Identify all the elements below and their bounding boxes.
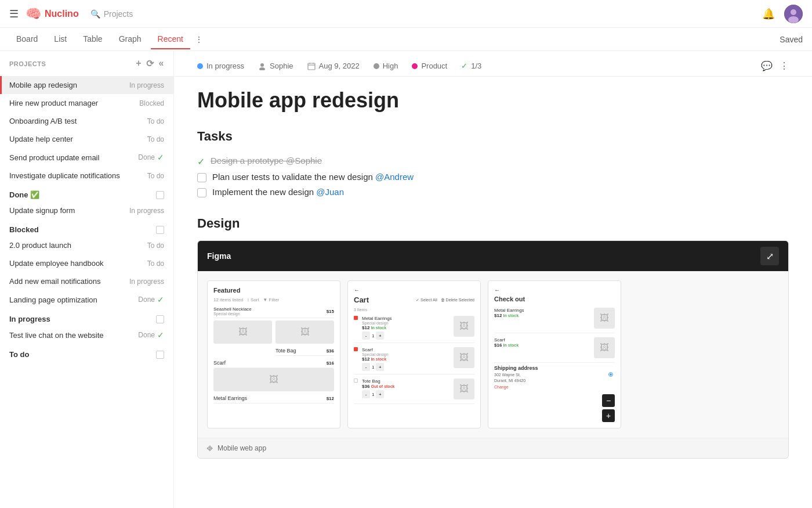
figma-item-metal-earrings: Metal Earrings $12 [213, 394, 334, 403]
task-checkbox[interactable] [197, 188, 206, 197]
sidebar-item-badge: Done ✓ [138, 295, 164, 304]
collapse-icon[interactable]: « [159, 58, 164, 69]
sidebar-item-update-signup[interactable]: Update signup form In progress [0, 201, 173, 219]
task-item-2[interactable]: Implement the new design @Juan [197, 185, 789, 200]
more-options-icon[interactable]: ⋮ [780, 60, 789, 71]
qty-control: - 1 + [362, 390, 451, 398]
sidebar-section-blocked[interactable]: Blocked [0, 219, 173, 236]
shipping-details: 302 Wayne St,Durant, MI 49420 Change [494, 372, 615, 390]
hamburger-icon[interactable]: ☰ [9, 8, 19, 20]
refresh-icon[interactable]: ⟳ [146, 58, 154, 69]
sidebar-item-badge: In progress [129, 81, 164, 89]
cart-item-metal-earrings: Metal Earrings Special design $12 In sto… [354, 314, 474, 343]
sidebar-item-update-help-center[interactable]: Update help center To do [0, 130, 173, 148]
qty-value: 1 [372, 365, 374, 370]
saved-button[interactable]: Saved [780, 35, 803, 44]
tab-more-icon[interactable]: ⋮ [193, 30, 205, 49]
item-desc: Special design [213, 312, 252, 316]
sidebar-item-add-email-notifications[interactable]: Add new email notifications In progress [0, 272, 173, 290]
checkout-minus-btn[interactable]: − [602, 394, 615, 407]
checkout-back-arrow: ← [494, 287, 615, 293]
sidebar-item-name: Investigate duplicate notifications [9, 171, 147, 180]
qty-value: 1 [372, 333, 374, 338]
cart-item-image: 🖼 [454, 379, 474, 399]
tab-table[interactable]: Table [76, 30, 109, 49]
item-price: $12 [327, 396, 334, 401]
sidebar-section-to-do[interactable]: To do [0, 344, 173, 361]
sidebar-item-name: Test live chat on the website [9, 331, 138, 340]
sidebar-item-update-handbook[interactable]: Update employee handbook To do [0, 254, 173, 272]
sidebar-item-name: Update signup form [9, 206, 129, 215]
qty-increase[interactable]: + [376, 363, 384, 371]
item-price: $12 In stock [494, 313, 592, 318]
meta-date[interactable]: Aug 9, 2022 [307, 62, 360, 70]
qty-increase[interactable]: + [376, 390, 384, 398]
sidebar: PROJECTS + ⟳ « Mobile app redesign In pr… [0, 51, 174, 508]
task-checkbox[interactable] [197, 173, 206, 182]
sidebar-item-badge: To do [147, 172, 164, 180]
cart-item-image: 🖼 [454, 347, 474, 368]
avatar[interactable] [784, 5, 803, 23]
tab-graph[interactable]: Graph [112, 30, 148, 49]
stock-status: In stock [371, 357, 386, 361]
sidebar-item-onboarding-ab[interactable]: Onboarding A/B test To do [0, 112, 173, 130]
sidebar-item-test-live-chat[interactable]: Test live chat on the website Done ✓ [0, 326, 173, 344]
figma-expand-button[interactable]: ⤢ [760, 247, 779, 265]
cart-checkbox [354, 316, 358, 320]
cart-title: Cart [354, 296, 369, 304]
sidebar-item-investigate-notifications[interactable]: Investigate duplicate notifications To d… [0, 167, 173, 185]
item-name: Metal Earrings [213, 395, 247, 401]
sidebar-item-product-launch[interactable]: 2.0 product launch To do [0, 236, 173, 254]
task-item-0[interactable]: ✓ Design a prototype @Sophie [197, 153, 789, 170]
sidebar-section-checkbox[interactable] [156, 191, 164, 199]
sidebar-item-landing-page[interactable]: Landing page optimization Done ✓ [0, 290, 173, 309]
shipping-change[interactable]: Change [494, 385, 509, 389]
item-name: Scarf [213, 360, 226, 366]
figma-header: Figma ⤢ [198, 241, 788, 271]
tab-list[interactable]: List [47, 30, 74, 49]
qty-decrease[interactable]: - [362, 390, 370, 398]
figma-footer-icon: ⎆ [207, 443, 213, 453]
sidebar-section-name: Done ✅ [9, 190, 156, 199]
meta-status[interactable]: In progress [197, 62, 244, 70]
meta-assignee[interactable]: Sophie [258, 62, 293, 70]
item-name: Metal Earrings [494, 308, 592, 313]
sidebar-item-send-product-update[interactable]: Send product update email Done ✓ [0, 148, 173, 167]
qty-decrease[interactable]: - [362, 363, 370, 371]
qty-decrease[interactable]: - [362, 332, 370, 340]
cart-back-arrow: ← [354, 287, 474, 293]
svg-rect-5 [308, 63, 315, 70]
sidebar-section-checkbox[interactable] [156, 315, 164, 323]
cart-item-image: 🖼 [454, 316, 474, 337]
add-project-icon[interactable]: + [136, 58, 142, 69]
doc-body: Mobile app redesign Tasks ✓ Design a pro… [174, 77, 812, 493]
meta-tag[interactable]: Product [412, 62, 447, 70]
tab-recent[interactable]: Recent [151, 30, 190, 49]
meta-priority[interactable]: High [374, 62, 398, 70]
notifications-icon[interactable]: 🔔 [762, 8, 775, 20]
task-list: ✓ Design a prototype @Sophie Plan user t… [197, 153, 789, 200]
status-label: In progress [206, 62, 244, 70]
sidebar-section-done[interactable]: Done ✅ [0, 185, 173, 201]
sidebar-section-in-progress[interactable]: In progress [0, 309, 173, 326]
task-item-1[interactable]: Plan user tests to validate the new desi… [197, 170, 789, 185]
item-price: $36 Out of stock [362, 384, 451, 389]
logo[interactable]: 🧠 Nuclino [26, 6, 79, 21]
comment-icon[interactable]: 💬 [761, 60, 773, 71]
sidebar-item-badge: To do [147, 135, 164, 143]
qty-increase[interactable]: + [376, 332, 384, 340]
tag-dot [412, 63, 418, 69]
checkout-title: Check out [494, 296, 615, 302]
tab-board[interactable]: Board [9, 30, 45, 49]
figma-footer: ⎆ Mobile web app [198, 438, 788, 458]
sidebar-item-badge: To do [147, 117, 164, 125]
meta-progress[interactable]: ✓ 1/3 [461, 62, 481, 70]
item-name: Tote Bag [276, 348, 296, 354]
sidebar-item-mobile-app-redesign[interactable]: Mobile app redesign In progress [0, 76, 173, 94]
logo-icon: 🧠 [26, 6, 41, 21]
sidebar-section-checkbox[interactable] [156, 351, 164, 359]
sidebar-section-checkbox[interactable] [156, 226, 164, 234]
sidebar-item-hire-product-manager[interactable]: Hire new product manager Blocked [0, 94, 173, 112]
checkout-plus-btn[interactable]: + [602, 409, 615, 422]
search-bar[interactable]: 🔍 Projects [90, 9, 762, 19]
